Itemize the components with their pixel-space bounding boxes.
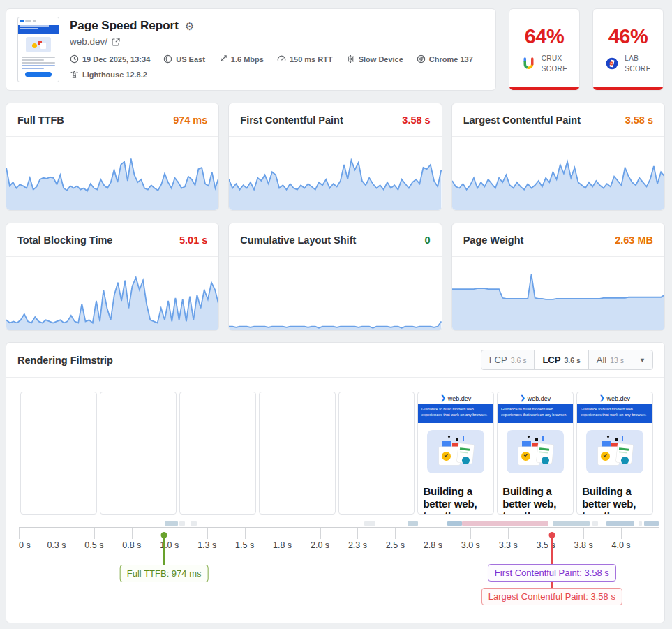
thumbnail-browser-bar [18, 17, 59, 24]
metric-card-lcp: Largest Contentful Paint3.58 s [451, 103, 665, 211]
timeline-tick [508, 528, 509, 539]
bandwidth-icon [218, 54, 227, 64]
webdev-logo-icon: ❯ [599, 395, 605, 401]
timeline-tick-label: 1.3 s [197, 540, 216, 550]
marker-dot [161, 532, 167, 538]
timeline-tick [245, 528, 246, 539]
waterfall-segment [179, 521, 185, 526]
timeline-tick [583, 528, 584, 539]
frame-banner: Guidance to build modern web experiences… [418, 404, 493, 423]
frame-site-header: ❯web.dev [577, 392, 652, 404]
frame-site-header: ❯web.dev [418, 392, 493, 404]
timeline-tick-label: 4.0 s [611, 540, 630, 550]
timeline-tick-label: 2.3 s [348, 540, 367, 550]
filmstrip-frame-empty[interactable] [179, 392, 256, 515]
lcp-range-button[interactable]: LCP3.6 s [535, 350, 588, 369]
device-icon [346, 54, 355, 64]
sparkline-chart [6, 257, 218, 330]
all-range-button[interactable]: All13 s [589, 350, 632, 369]
lighthouse-icon [70, 70, 79, 79]
sparkline-chart [229, 257, 441, 330]
metric-title: Largest Contentful Paint [463, 114, 581, 126]
chrome-icon [417, 54, 426, 64]
frame-illustration [507, 430, 564, 473]
timeline-ruler [19, 527, 659, 538]
marker-dot [548, 532, 555, 538]
clock-icon [70, 54, 79, 64]
chevron-down-icon: ▼ [639, 357, 645, 364]
timeline-tick-label: 0.8 s [122, 540, 141, 550]
waterfall-segment [553, 521, 590, 526]
range-dropdown-button[interactable]: ▼ [632, 350, 652, 369]
frame-headline: Building a better web, together [418, 480, 493, 515]
lab-score-label: LAB SCORE [625, 53, 651, 75]
filmstrip-frame-empty[interactable] [259, 392, 336, 515]
fcp-range-button[interactable]: FCP3.6 s [481, 350, 535, 369]
timeline-tick-label: 2.0 s [311, 540, 329, 550]
timeline-tick-label: 3.8 s [574, 540, 593, 550]
metric-value: 3.58 s [625, 114, 653, 126]
crux-score-card: 64% CRUX SCORE [509, 8, 580, 91]
marker-line [163, 537, 165, 566]
metric-title: Page Weight [463, 235, 524, 246]
filmstrip-frame-rendered[interactable]: ❯web.devGuidance to build modern web exp… [417, 392, 494, 515]
frame-site-header: ❯web.dev [498, 392, 573, 404]
timeline-tick [132, 528, 133, 539]
timeline-tick [320, 528, 321, 539]
report-url-link[interactable]: web.dev/ [70, 36, 107, 47]
timeline-tick-label: 0.3 s [47, 540, 66, 550]
timeline-tick [433, 528, 433, 539]
filmstrip-frames-row: ❯web.devGuidance to build modern web exp… [6, 378, 664, 515]
timeline-tick-label: 1.5 s [235, 540, 254, 550]
metric-title: Total Blocking Time [17, 235, 112, 246]
webdev-logo-text: web.dev [448, 395, 472, 402]
frame-banner: Guidance to build modern web experiences… [498, 404, 573, 423]
waterfall-segment [592, 521, 598, 526]
meta-region: US East [163, 54, 205, 64]
timeline-tick-label: 0 s [19, 540, 31, 550]
crux-score-status-bar [509, 87, 579, 90]
meta-rtt: 150 ms RTT [277, 54, 333, 64]
frame-headline: Building a better web, together [577, 480, 652, 515]
metrics-grid: Full TTFB974 ms First Contentful Paint3.… [6, 103, 665, 331]
waterfall-segment [408, 521, 419, 526]
waterfall-segment [462, 521, 549, 526]
filmstrip-frame-rendered[interactable]: ❯web.devGuidance to build modern web exp… [576, 392, 653, 515]
resource-waterfall-strip [19, 521, 659, 526]
waterfall-segment [606, 521, 634, 526]
report-meta-row: 19 Dec 2025, 13:34 US East 1.6 Mbps 150 … [70, 54, 484, 79]
crux-score-value: 64% [525, 25, 565, 48]
frame-banner: Guidance to build modern web experiences… [577, 404, 652, 423]
frame-illustration [427, 430, 484, 473]
timeline-tick [659, 528, 659, 539]
filmstrip-frame-empty[interactable] [338, 392, 415, 515]
page-thumbnail [17, 17, 59, 82]
filmstrip-frame-empty[interactable] [20, 392, 97, 515]
marker-label: Full TTFB: 974 ms [120, 565, 209, 582]
webdev-logo-icon: ❯ [520, 395, 525, 401]
lab-logo-icon [605, 57, 619, 71]
metric-title: Cumulative Layout Shift [240, 235, 356, 246]
timeline-tick-label: 2.8 s [424, 540, 442, 550]
waterfall-segment [165, 521, 178, 526]
timeline-tick-label: 3.0 s [461, 540, 480, 550]
metric-value: 2.63 MB [615, 235, 653, 246]
thumbnail-banner [18, 25, 59, 34]
webdev-logo-text: web.dev [528, 395, 551, 402]
settings-gear-icon[interactable]: ⚙ [185, 21, 194, 31]
globe-icon [163, 54, 172, 64]
metric-card-tbt: Total Blocking Time5.01 s [6, 223, 219, 331]
timeline-tick-label: 1.8 s [273, 540, 292, 550]
timeline-tick [621, 528, 622, 539]
filmstrip-timeline: 0 s0.3 s0.5 s0.8 s1.0 s1.3 s1.5 s1.8 s2.… [19, 521, 659, 619]
top-row: Page Speed Report ⚙ web.dev/ 19 Dec 2025… [6, 8, 664, 91]
metric-card-cls: Cumulative Layout Shift0 [228, 223, 442, 331]
webdev-logo-icon: ❯ [440, 395, 446, 401]
page-title: Page Speed Report [70, 19, 179, 33]
external-link-icon[interactable] [112, 38, 120, 46]
meta-device: Slow Device [346, 54, 403, 64]
waterfall-segment [639, 521, 643, 526]
timeline-tick-label: 0.5 s [84, 540, 103, 550]
filmstrip-frame-rendered[interactable]: ❯web.devGuidance to build modern web exp… [497, 392, 574, 515]
filmstrip-frame-empty[interactable] [100, 392, 177, 515]
